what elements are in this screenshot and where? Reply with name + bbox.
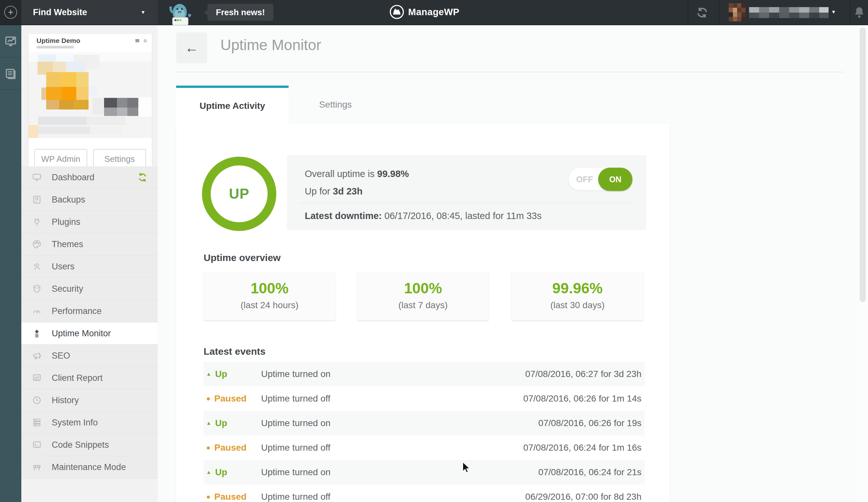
megaphone-icon <box>31 350 43 362</box>
tab-uptime-activity[interactable]: Uptime Activity <box>176 86 289 124</box>
sidebar-item-performance[interactable]: Performance <box>21 300 158 322</box>
page-title: Uptime Monitor <box>220 36 321 54</box>
back-arrow-icon: ← <box>185 40 198 55</box>
event-row: ●Paused Uptime turned off 07/08/2016, 06… <box>204 436 645 460</box>
gauge-icon <box>31 305 43 317</box>
sidebar-item-backups[interactable]: Backups <box>21 189 158 211</box>
event-row: ●Paused Uptime turned off 06/29/2016, 07… <box>204 484 645 502</box>
users-icon <box>31 261 43 272</box>
account-menu-caret-icon[interactable]: ▼ <box>831 9 836 14</box>
server-stack-icon <box>31 417 43 428</box>
rail-overview-button[interactable] <box>0 25 21 57</box>
notifications-bell-icon[interactable] <box>852 5 866 19</box>
top-bar: + Find Website ▼ Fresh news! ManageWP <box>0 0 868 25</box>
toggle-off-label: OFF <box>568 168 601 191</box>
uptime-status-ring: UP <box>202 157 276 231</box>
events-list: ▲Up Uptime turned on 07/08/2016, 06:27 f… <box>204 362 645 502</box>
sidebar-item-client-report[interactable]: Client Report <box>21 367 158 389</box>
overall-uptime-line: Overall uptime is 99.98% <box>305 169 409 179</box>
uptime-overview-heading: Uptime overview <box>204 252 280 263</box>
topbar-divider <box>688 0 688 24</box>
mouse-cursor <box>460 461 472 474</box>
bubble-tail <box>204 10 208 15</box>
sync-icon[interactable] <box>695 6 710 20</box>
uptime-24h-caption: (last 24 hours) <box>204 300 335 311</box>
site-url-redacted <box>37 46 74 49</box>
find-website-dropdown[interactable]: Find Website ▼ <box>21 0 158 24</box>
site-name: Uptime Demo <box>37 37 80 44</box>
latest-downtime-line: Latest downtime: 06/17/2016, 08:45, last… <box>305 211 541 221</box>
overview-card-30d: 99.96% (last 30 days) <box>512 272 643 320</box>
rail-documents-button[interactable] <box>0 57 21 90</box>
site-sidebar: Uptime Demo <box>21 25 158 502</box>
overall-uptime-value: 99.98% <box>377 169 409 179</box>
topbar-divider <box>719 0 719 24</box>
site-card-header: Uptime Demo <box>29 34 152 52</box>
overview-card-7d: 100% (last 7 days) <box>357 272 489 320</box>
pin-icon[interactable] <box>144 39 147 42</box>
grid-icon[interactable] <box>135 39 139 42</box>
tab-settings[interactable]: Settings <box>289 86 382 124</box>
header-divider <box>176 72 844 72</box>
paused-dot-icon: ● <box>206 493 210 500</box>
main-content: ← Uptime Monitor Uptime Activity Setting… <box>158 25 868 502</box>
uptime-monitor-toggle[interactable]: OFF ON <box>568 167 633 191</box>
latest-events-heading: Latest events <box>204 346 266 357</box>
uptime-24h-value: 100% <box>204 280 335 297</box>
event-row: ▲Up Uptime turned on 07/08/2016, 06:26 f… <box>204 411 645 436</box>
sidebar-item-users[interactable]: Users <box>21 255 158 278</box>
uptime-30d-caption: (last 30 days) <box>512 300 643 311</box>
overview-card-24h: 100% (last 24 hours) <box>204 272 335 320</box>
latest-downtime-label: Latest downtime: <box>305 211 382 221</box>
up-arrow-icon: ▲ <box>206 469 211 475</box>
uptime-arrow-icon <box>31 327 43 339</box>
mascot-robot-icon <box>162 1 201 26</box>
event-row: ▲Up Uptime turned on 07/08/2016, 06:27 f… <box>204 362 645 386</box>
sidebar-item-maintenance-mode[interactable]: Maintenance Mode <box>21 456 158 479</box>
shield-icon <box>31 283 43 295</box>
sidebar-item-history[interactable]: History <box>21 389 158 411</box>
backup-drive-icon <box>31 194 43 206</box>
fresh-news-label: Fresh news! <box>216 8 265 17</box>
site-settings-button[interactable]: Settings <box>93 149 146 169</box>
fresh-news-badge[interactable]: Fresh news! <box>207 4 273 21</box>
back-button[interactable]: ← <box>176 32 207 63</box>
sidebar-item-system-info[interactable]: System Info <box>21 411 158 434</box>
chevron-down-icon: ▼ <box>141 9 145 15</box>
site-card: Uptime Demo <box>29 34 152 174</box>
event-row: ▲Up Uptime turned on 07/08/2016, 06:24 f… <box>204 460 645 484</box>
brand-name: ManageWP <box>408 7 459 18</box>
terminal-icon <box>31 439 43 451</box>
site-screenshot-thumbnail[interactable] <box>29 52 152 138</box>
monitor-icon <box>31 171 43 183</box>
uptime-activity-panel: UP Overall uptime is 99.98% Up for 3d 23… <box>176 124 670 502</box>
sidebar-item-seo[interactable]: SEO <box>21 345 158 367</box>
refresh-icon[interactable] <box>137 172 148 183</box>
sidebar-item-security[interactable]: Security <box>21 278 158 300</box>
sidebar-item-dashboard[interactable]: Dashboard <box>21 166 158 189</box>
scrollbar-track <box>858 25 868 502</box>
up-arrow-icon: ▲ <box>206 420 211 426</box>
sidebar-item-themes[interactable]: Themes <box>21 233 158 255</box>
sidebar-item-plugins[interactable]: Plugins <box>21 211 158 233</box>
sidebar-item-uptime-monitor[interactable]: Uptime Monitor <box>21 322 158 345</box>
up-for-value: 3d 23h <box>333 186 363 196</box>
latest-downtime-value: 06/17/2016, 08:45, lasted for 11m 33s <box>382 211 541 221</box>
topbar-divider <box>850 0 850 24</box>
scrollbar-thumb[interactable] <box>860 28 866 302</box>
uptime-30d-value: 99.96% <box>512 280 643 297</box>
plus-icon: + <box>4 6 17 19</box>
status-badge: UP <box>229 186 249 202</box>
left-icon-rail <box>0 25 21 502</box>
sidebar-menu: Dashboard Backups Plugins Themes Users S… <box>21 166 158 479</box>
uptime-7d-value: 100% <box>357 280 489 297</box>
wp-admin-button[interactable]: WP Admin <box>34 149 87 169</box>
documents-icon <box>4 67 17 80</box>
palette-icon <box>31 238 43 250</box>
account-name-redacted[interactable] <box>749 7 829 18</box>
report-chart-icon <box>31 372 43 384</box>
add-website-button[interactable]: + <box>0 0 21 24</box>
avatar[interactable] <box>729 3 745 21</box>
status-summary-card: Overall uptime is 99.98% Up for 3d 23h L… <box>287 155 646 230</box>
sidebar-item-code-snippets[interactable]: Code Snippets <box>21 434 158 456</box>
